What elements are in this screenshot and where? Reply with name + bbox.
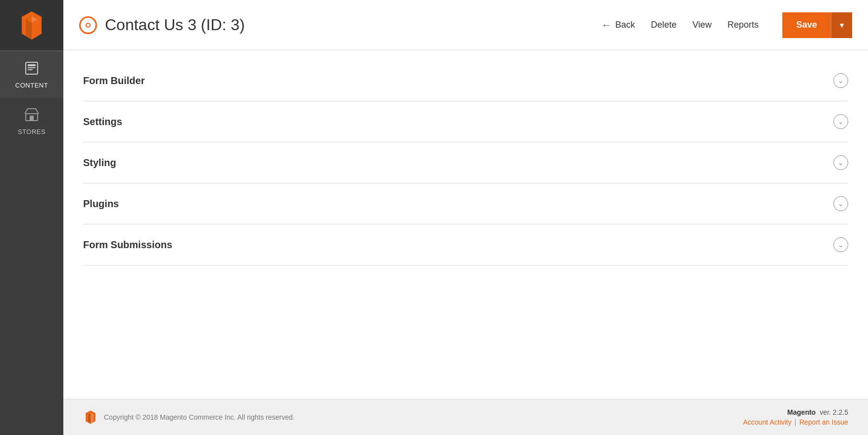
footer-copyright: Copyright © 2018 Magento Commerce Inc. A… <box>104 413 294 421</box>
page-footer: Copyright © 2018 Magento Commerce Inc. A… <box>63 399 868 435</box>
footer-logo-icon <box>83 410 98 425</box>
styling-section[interactable]: Styling ⌄ <box>83 142 848 183</box>
magento-logo <box>16 9 48 41</box>
sidebar-item-content[interactable]: CONTENT <box>0 51 63 98</box>
header-content: Contact Us 3 (ID: 3) ← Back Delete View … <box>63 12 868 38</box>
save-dropdown-button[interactable]: ▼ <box>831 12 852 38</box>
page-title-area: Contact Us 3 (ID: 3) <box>79 16 601 34</box>
account-activity-link[interactable]: Account Activity <box>743 418 791 426</box>
footer-magento-label: Magento <box>787 408 816 416</box>
page-header: Contact Us 3 (ID: 3) ← Back Delete View … <box>0 0 868 50</box>
delete-button[interactable]: Delete <box>651 20 676 30</box>
form-builder-section[interactable]: Form Builder ⌄ <box>83 60 848 101</box>
plugins-section[interactable]: Plugins ⌄ <box>83 183 848 224</box>
body-layout: CONTENT STORES Form Builder ⌄ Settings ⌄ <box>0 50 868 435</box>
svg-rect-8 <box>28 69 33 70</box>
form-submissions-label: Form Submissions <box>83 239 172 251</box>
svg-rect-10 <box>30 116 34 121</box>
footer-version-text: ver. 2.2.5 <box>820 408 848 416</box>
settings-section[interactable]: Settings ⌄ <box>83 101 848 142</box>
view-button[interactable]: View <box>692 20 712 30</box>
footer-version: Magento ver. 2.2.5 <box>787 408 848 416</box>
svg-marker-4 <box>32 19 38 40</box>
footer-left: Copyright © 2018 Magento Commerce Inc. A… <box>83 410 294 425</box>
styling-chevron: ⌄ <box>833 155 848 170</box>
settings-chevron: ⌄ <box>833 114 848 129</box>
svg-marker-13 <box>88 413 91 424</box>
sidebar-content-label: CONTENT <box>15 82 48 89</box>
svg-rect-7 <box>28 67 36 68</box>
reports-label: Reports <box>727 20 759 30</box>
content-icon <box>24 60 40 79</box>
report-issue-link[interactable]: Report an Issue <box>799 418 848 426</box>
footer-separator: | <box>795 418 797 426</box>
stores-icon <box>24 107 40 125</box>
logo-area <box>0 0 63 50</box>
title-status-icon <box>79 16 97 34</box>
page-title: Contact Us 3 (ID: 3) <box>105 16 245 34</box>
main-content: Form Builder ⌄ Settings ⌄ Styling ⌄ Plug… <box>63 50 868 435</box>
delete-label: Delete <box>651 20 676 30</box>
form-submissions-chevron: ⌄ <box>833 237 848 252</box>
chevron-down-icon: ▼ <box>838 21 845 29</box>
svg-marker-3 <box>26 19 32 40</box>
back-label: Back <box>615 20 635 30</box>
styling-label: Styling <box>83 157 116 169</box>
save-button-group: Save ▼ <box>782 12 852 38</box>
sidebar: CONTENT STORES <box>0 50 63 435</box>
save-button[interactable]: Save <box>782 12 831 38</box>
form-builder-chevron: ⌄ <box>833 73 848 88</box>
plugins-chevron: ⌄ <box>833 196 848 211</box>
reports-button[interactable]: Reports <box>727 20 759 30</box>
footer-right-container: Magento ver. 2.2.5 Account Activity | Re… <box>743 408 848 426</box>
plugins-label: Plugins <box>83 198 119 210</box>
footer-links: Account Activity | Report an Issue <box>743 418 848 426</box>
title-icon-inner <box>86 23 91 28</box>
sections-area: Form Builder ⌄ Settings ⌄ Styling ⌄ Plug… <box>63 50 868 399</box>
form-submissions-section[interactable]: Form Submissions ⌄ <box>83 224 848 265</box>
sidebar-stores-label: STORES <box>18 128 46 135</box>
back-button[interactable]: ← Back <box>601 19 635 31</box>
back-arrow-icon: ← <box>601 19 611 31</box>
view-label: View <box>692 20 712 30</box>
sidebar-item-stores[interactable]: STORES <box>0 98 63 144</box>
svg-marker-12 <box>91 413 93 424</box>
header-actions: ← Back Delete View Reports Save ▼ <box>601 12 852 38</box>
settings-label: Settings <box>83 116 122 128</box>
form-builder-label: Form Builder <box>83 75 145 87</box>
svg-rect-6 <box>28 64 36 66</box>
